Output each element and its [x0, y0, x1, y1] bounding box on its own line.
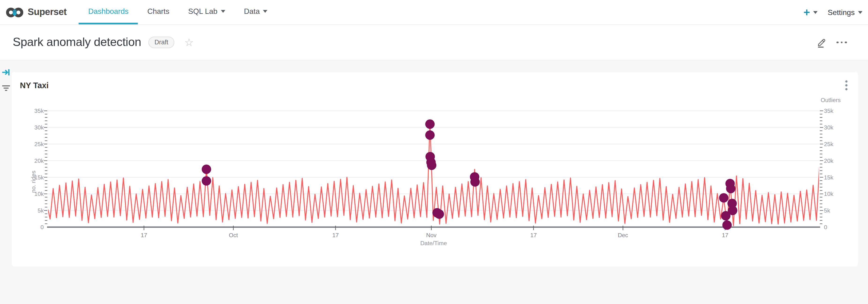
svg-text:5k: 5k [37, 208, 44, 214]
x-axis-labels: 17Oct17Nov17Dec17 [141, 232, 728, 238]
plus-icon: + [804, 6, 810, 18]
outlier-point [202, 176, 211, 186]
outlier-point [425, 131, 435, 140]
svg-text:20k: 20k [824, 158, 834, 164]
nav-item-data[interactable]: Data [235, 0, 277, 24]
y-axis-labels-right: 05k10k15k20k25k30k35k [824, 108, 834, 230]
y-axis-labels-left: 05k10k15k20k25k30k35k [34, 108, 44, 230]
svg-text:10k: 10k [824, 191, 834, 197]
superset-logo-link[interactable]: Superset [6, 0, 67, 24]
settings-menu[interactable]: Settings [826, 8, 865, 16]
svg-text:20k: 20k [34, 158, 44, 164]
svg-text:Dec: Dec [618, 232, 628, 238]
nav-item-sql-lab[interactable]: SQL Lab [179, 0, 235, 24]
outliers-axis-label: Outliers [821, 97, 841, 103]
favorite-star-icon[interactable]: ☆ [184, 37, 194, 48]
main-nav: Dashboards Charts SQL Lab Data [79, 0, 277, 24]
caret-down-icon [813, 11, 818, 13]
top-navbar: Superset Dashboards Charts SQL Lab Data … [0, 0, 868, 25]
expand-filter-bar-icon[interactable] [1, 68, 10, 77]
svg-text:17: 17 [332, 232, 339, 238]
svg-text:Oct: Oct [229, 232, 238, 238]
new-item-button[interactable]: + [798, 6, 823, 18]
nav-item-charts[interactable]: Charts [138, 0, 179, 24]
filter-rail [0, 60, 12, 304]
dashboard-content: NY Taxi 05k10k15k20k25k30k35k05k10k15k20… [0, 60, 868, 304]
svg-text:17: 17 [530, 232, 537, 238]
more-actions-ellipsis-icon[interactable] [837, 41, 847, 43]
svg-text:17: 17 [141, 232, 147, 238]
outlier-point [726, 184, 735, 193]
svg-text:17: 17 [722, 232, 728, 238]
svg-text:25k: 25k [824, 141, 834, 147]
nav-item-label: Charts [147, 7, 169, 16]
brand-name: Superset [28, 6, 67, 18]
ny-taxi-line-chart: 05k10k15k20k25k30k35k05k10k15k20k25k30k3… [12, 72, 858, 267]
ny-taxi-chart-card: NY Taxi 05k10k15k20k25k30k35k05k10k15k20… [12, 72, 858, 267]
nav-item-label: SQL Lab [188, 7, 217, 16]
svg-text:0: 0 [40, 224, 44, 230]
svg-text:Nov: Nov [426, 232, 437, 238]
navbar-right: + Settings [798, 0, 865, 24]
svg-text:5k: 5k [824, 208, 830, 214]
svg-text:35k: 35k [34, 108, 44, 114]
svg-text:35k: 35k [824, 108, 834, 114]
date-time-axis-label: Date/Time [420, 240, 447, 246]
outlier-point [728, 206, 737, 215]
svg-text:0: 0 [824, 224, 827, 230]
filter-funnel-icon[interactable] [1, 85, 10, 91]
superset-app: Superset Dashboards Charts SQL Lab Data … [0, 0, 868, 304]
outlier-point [719, 193, 728, 202]
outlier-point [425, 119, 435, 129]
outlier-point [202, 165, 211, 174]
dashboard-header: Spark anomaly detection Draft ☆ [0, 25, 868, 60]
outlier-point [435, 210, 444, 219]
nav-item-dashboards[interactable]: Dashboards [79, 0, 138, 24]
rides-axis-label: no. rides [30, 170, 36, 193]
svg-text:15k: 15k [824, 174, 834, 181]
caret-down-icon [263, 10, 268, 13]
caret-down-icon [858, 11, 862, 13]
svg-text:30k: 30k [824, 124, 834, 131]
y-axis-ticks-left [44, 111, 47, 224]
outlier-point [470, 177, 480, 187]
nav-item-label: Dashboards [88, 7, 128, 16]
settings-label: Settings [828, 8, 855, 16]
svg-text:25k: 25k [34, 141, 44, 147]
page-title: Spark anomaly detection [13, 35, 141, 49]
superset-infinity-logo-icon [6, 6, 24, 18]
header-actions [817, 37, 847, 48]
status-badge: Draft [148, 36, 174, 48]
outlier-point [722, 220, 732, 230]
edit-pencil-icon[interactable] [817, 37, 827, 48]
caret-down-icon [221, 10, 225, 13]
nav-item-label: Data [244, 7, 260, 16]
svg-text:30k: 30k [34, 124, 44, 131]
y-axis-ticks-right [820, 111, 823, 224]
outlier-point [427, 161, 436, 170]
x-axis-ticks [144, 226, 725, 230]
